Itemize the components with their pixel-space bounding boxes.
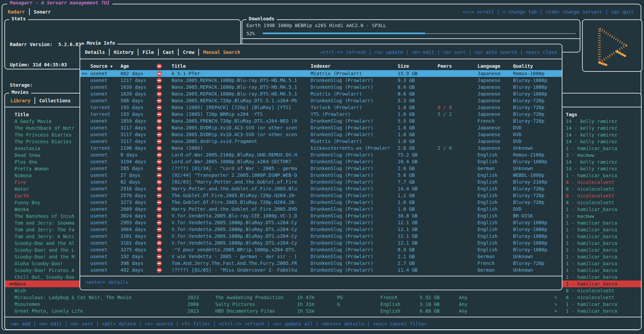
movie-studio: HBO Documentary Films: [215, 308, 297, 314]
movie-year: 2023: [187, 294, 215, 301]
movie-tag: 14 - kelly ramirez: [566, 118, 641, 125]
release-row[interactable]: usenet 3273 days The.Goblet.Of.Fire.2005…: [80, 199, 562, 206]
release-row[interactable]: usenet 1639 days Nana.2005.REPACK.1080p.…: [80, 84, 562, 90]
release-title: Tom.And.Jerry.The.Fast.And.The.Furry.200…: [172, 260, 311, 267]
release-row[interactable]: => usenet 802 days A 5.1-PTer Miatrix (P…: [80, 70, 562, 77]
tab-library[interactable]: Library: [10, 98, 30, 103]
no-entry-icon: [157, 139, 162, 144]
movie-tag: 1 - hamilcar_barca: [566, 247, 641, 253]
release-row[interactable]: usenet 27 days [02/44] "Transporter 2.20…: [80, 172, 562, 179]
release-source: usenet: [90, 97, 120, 104]
release-row[interactable]: usenet 2993 days V.for.Vendetta.2005.108…: [80, 219, 562, 226]
release-row[interactable]: usenet 3275 days -"V pour vendetta.2005.…: [80, 246, 562, 253]
no-entry-icon: [157, 180, 162, 185]
selected-arrow: [5, 301, 15, 308]
movie-row[interactable]: Miraculous: Ladybug & Cat Noir, The Movi…: [5, 294, 641, 301]
release-row[interactable]: usenet 2689 days Harry.Potter.and.the.Go…: [80, 206, 562, 212]
column-release-title[interactable]: Title: [172, 63, 311, 69]
column-age[interactable]: Age: [120, 63, 157, 69]
column-tags[interactable]: Tags: [566, 111, 641, 118]
release-rejected: [157, 246, 172, 253]
movie-row[interactable]: Great Photo, Lovely Life 2023 HBO Docume…: [5, 308, 641, 314]
release-row[interactable]: torrent 2190 days Nana (2005) kickasstor…: [80, 145, 562, 151]
release-row[interactable]: usenet 2576 days The.Goblet.Of.Fire.2005…: [80, 192, 562, 199]
release-row[interactable]: usenet 3101 days V.for.Vendetta.2005.108…: [80, 233, 562, 239]
movie-title[interactable]: Great Photo, Lovely Life: [15, 308, 187, 314]
tab-file[interactable]: File: [142, 49, 154, 55]
release-row[interactable]: usenet 1059 days Nana.2005.FRENCH.720p.B…: [80, 118, 562, 124]
movie-year: 2008: [187, 301, 215, 308]
tab-separator: [198, 49, 199, 56]
tab-details[interactable]: Details: [85, 49, 105, 55]
modal-title: Movie Info: [84, 40, 117, 46]
column-language[interactable]: Language: [478, 63, 513, 69]
no-entry-icon: [157, 71, 162, 76]
release-row[interactable]: usenet 3194 days Lord.of.War.2005.1080p.…: [80, 158, 562, 165]
tab-sonarr[interactable]: Sonarr: [34, 9, 51, 15]
release-size: 30.8 GB: [398, 212, 438, 219]
release-row[interactable]: usenet 82 days [02/83] "Harry.Potter.and…: [80, 179, 562, 185]
selected-arrow: [82, 131, 90, 138]
release-language: Japanese: [478, 138, 513, 145]
column-source[interactable]: Source ▼: [90, 63, 120, 69]
tab-history[interactable]: History: [114, 49, 134, 55]
no-entry-icon: [157, 234, 162, 239]
release-peers: [438, 172, 478, 179]
release-row[interactable]: usenet 3064 days V.for.Vendetta.2005.108…: [80, 226, 562, 233]
tab-crew[interactable]: Crew: [183, 49, 194, 55]
no-entry-icon: [157, 261, 162, 266]
tab-cast[interactable]: Cast: [163, 49, 174, 55]
release-row[interactable]: usenet 285 days (????) [01/34] - "Lord o…: [80, 165, 562, 172]
release-quality: Bluray-1080p: [513, 84, 562, 90]
release-row[interactable]: torrent 193 days Nana (2005) 720p BRRip …: [80, 111, 562, 118]
release-row[interactable]: usenet 1217 days Nana.2005.REPACK.1080p.…: [80, 77, 562, 84]
column-peers[interactable]: Peers: [438, 63, 478, 69]
release-row[interactable]: torrent 193 days Nana (2005) [REPACK] [7…: [80, 104, 562, 111]
release-row[interactable]: usenet 398 days Tom.And.Jerry.The.Fast.A…: [80, 260, 562, 267]
release-rejected: [157, 111, 172, 118]
release-quality: BR-DISK: [513, 212, 562, 219]
release-row[interactable]: usenet 508 days Nana.2005.REPACK.720p.Bl…: [80, 97, 562, 104]
movie-title[interactable]: Miraculous: Ladybug & Cat Noir, The Movi…: [15, 294, 187, 301]
release-row[interactable]: usenet 492 days (????) [01/65] - "Miss U…: [80, 267, 562, 273]
column-quality[interactable]: Quality: [513, 63, 562, 69]
release-rejected: [157, 118, 172, 124]
selected-arrow: [82, 118, 90, 124]
release-rejected: [157, 212, 172, 219]
movie-certification: G: [337, 301, 380, 308]
column-size[interactable]: Size: [398, 63, 438, 69]
release-row[interactable]: usenet 2916 days Harry.Potter.and.the.Go…: [80, 185, 562, 192]
release-indexer: Miatrix (Prowlarr): [311, 138, 398, 145]
release-size: 1.8 GB: [398, 124, 438, 131]
tab-separator: [138, 49, 138, 56]
tab-manual-search[interactable]: Manual Search: [203, 49, 240, 55]
movie-title[interactable]: Minutemen: [15, 301, 187, 308]
release-row[interactable]: usenet 3117 days Nana.2005.DVDRip.XviD.A…: [80, 131, 562, 138]
release-age: 1217 days: [120, 77, 157, 84]
selected-arrow: [82, 199, 90, 206]
release-rejected: [157, 199, 172, 206]
release-rejected: [157, 70, 172, 77]
release-row[interactable]: usenet 3101 days V.for.Vendetta.2005.108…: [80, 239, 562, 246]
release-source: usenet: [90, 77, 120, 84]
release-age: 398 days: [120, 260, 157, 267]
release-row[interactable]: usenet 0 days Lord.of.War.2005.2160p.Blu…: [80, 151, 562, 158]
release-source: usenet: [90, 253, 120, 260]
release-row[interactable]: usenet 3117 days Nana.2005.DVDRip.XviD.A…: [80, 124, 562, 131]
release-title: Nana.2005.REPACK.720p.BluRay.DTS.5.1.x26…: [172, 97, 311, 104]
release-rejected: [157, 131, 172, 138]
release-row[interactable]: usenet 3024 days V.for.Vendetta.2005.Blu…: [80, 212, 562, 219]
monitored-icon: ✎: [554, 301, 566, 308]
selected-arrow: [5, 138, 15, 145]
tab-collections[interactable]: Collections: [39, 98, 71, 103]
tab-radarr[interactable]: Radarr: [8, 9, 25, 15]
release-quality: Unknown: [513, 253, 562, 260]
selected-arrow: [82, 267, 90, 273]
release-title: Nana.2005.REPACK.1080p.Blu-ray.DTS-HD.MA…: [172, 84, 311, 90]
release-row[interactable]: usenet 192 days V wie Vendetta - 2005 - …: [80, 253, 562, 260]
column-rejected[interactable]: [157, 63, 172, 69]
column-indexer[interactable]: Indexer: [311, 63, 398, 69]
movie-row[interactable]: Minutemen 2008 Salty Pictures 1h 31m G E…: [5, 301, 641, 308]
release-row[interactable]: usenet 1639 days Nana.2005.REPACK.1080p.…: [80, 90, 562, 97]
release-row[interactable]: usenet 3117 days nana.2005.dvdrip.xvid.f…: [80, 138, 562, 145]
